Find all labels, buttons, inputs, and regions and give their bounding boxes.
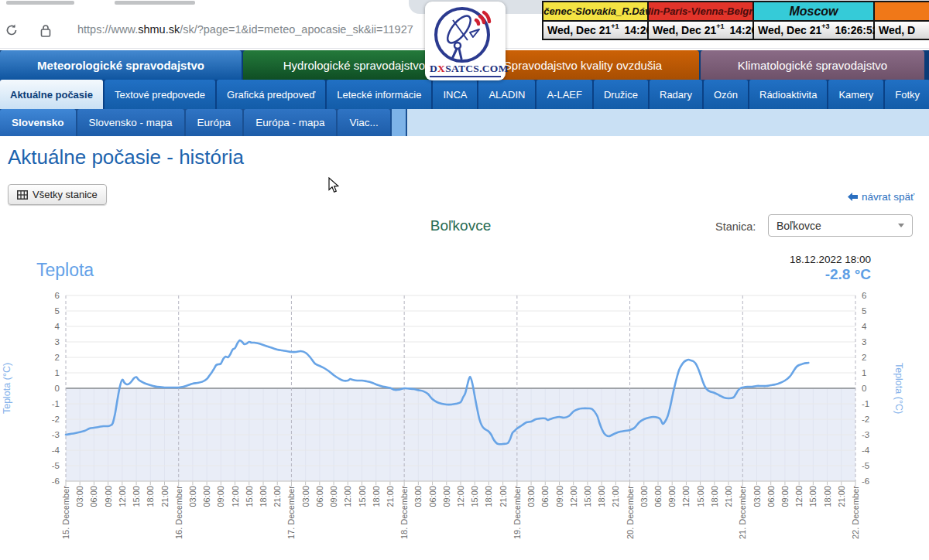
y-label-left: -3	[52, 430, 60, 439]
x-hour-label: 21:00	[837, 486, 846, 507]
nav-tertiary-tab-2[interactable]: Európa	[186, 109, 243, 136]
x-hour-label: 06:00	[428, 486, 437, 507]
clock-time: Wed, Dec 21+114:26:52	[543, 22, 647, 39]
nav-primary-tab-3[interactable]: Klimatologické spravodajstvo	[701, 50, 924, 80]
x-hour-label: 06:00	[89, 486, 98, 507]
y-label-left: -4	[52, 446, 60, 455]
back-link[interactable]: návrat späť	[848, 191, 914, 203]
back-arrow-icon	[848, 193, 858, 201]
y-label-right: -1	[862, 399, 869, 408]
y-label-right: -5	[862, 461, 869, 470]
x-hour-label: 21:00	[499, 486, 508, 507]
temperature-chart[interactable]: 03:0006:0009:0012:0015:0018:0021:0003:00…	[0, 288, 929, 560]
url-text[interactable]: https://www.shmu.sk/sk/?page=1&id=meteo_…	[77, 23, 413, 36]
y-axis-title-left: Teplota (°C)	[2, 363, 12, 414]
y-label-left: 6	[55, 291, 60, 300]
nav-filler	[407, 109, 929, 136]
x-hour-label: 21:00	[724, 486, 733, 507]
clock-time: Wed, Dec 21+114:26:52	[649, 22, 752, 39]
reload-icon[interactable]	[5, 23, 19, 37]
readout-timestamp: 18.12.2022 18:00	[716, 254, 871, 265]
y-label-right: 2	[862, 353, 866, 362]
y-label-right: 5	[862, 306, 866, 316]
x-hour-label: 18:00	[710, 486, 719, 507]
dxsatcs-logo: DXSATCS.COM	[425, 2, 506, 80]
x-hour-label: 03:00	[413, 486, 423, 507]
y-label-right: 3	[862, 337, 866, 347]
url-domain: shmu.sk	[138, 23, 180, 36]
nav-secondary-tab-9[interactable]: Ozón	[704, 80, 748, 109]
back-link-label: návrat späť	[862, 191, 914, 203]
nav-tertiary-tab-3[interactable]: Európa - mapa	[244, 109, 336, 136]
x-day-label: 17. December	[286, 486, 296, 539]
nav-secondary-tab-2[interactable]: Grafická predpoveď	[217, 80, 325, 109]
nav-secondary-tab-12[interactable]: Fotky	[885, 80, 929, 109]
y-label-left: -2	[52, 415, 60, 424]
x-hour-label: 09:00	[442, 486, 451, 507]
logo-text: DXSATCS.COM	[430, 63, 501, 77]
x-hour-label: 03:00	[75, 486, 84, 507]
nav-secondary-tab-5[interactable]: ALADIN	[478, 80, 535, 109]
x-hour-label: 21:00	[611, 486, 620, 507]
y-label-left: 2	[55, 353, 60, 362]
station-select-value: Boľkovce	[776, 220, 821, 232]
satellite-dish-icon	[425, 2, 506, 67]
x-hour-label: 18:00	[484, 486, 493, 507]
nav-filler	[392, 109, 406, 136]
nav-secondary-tab-0[interactable]: Aktuálne počasie	[0, 80, 103, 109]
x-hour-label: 12:00	[343, 486, 352, 507]
x-day-label: 20. December	[626, 486, 635, 539]
world-clocks-panel: Lučenec-Slovakia_R.DávidWed, Dec 21+114:…	[542, 1, 929, 40]
nav-secondary-tab-11[interactable]: Kamery	[828, 80, 883, 109]
station-select[interactable]: Boľkovce	[768, 214, 913, 237]
nav-secondary-tab-4[interactable]: INCA	[433, 80, 477, 109]
nav-secondary-tab-10[interactable]: Rádioaktivita	[749, 80, 827, 109]
url-path: /sk/?page=1&id=meteo_apocasie_sk&ii=1192…	[180, 23, 413, 36]
x-hour-label: 15:00	[696, 486, 705, 507]
x-hour-label: 18:00	[259, 486, 268, 507]
y-label-right: -4	[862, 446, 870, 455]
x-hour-label: 18:00	[146, 486, 155, 507]
all-stations-button[interactable]: Všetky stanice	[8, 184, 107, 205]
x-hour-label: 15:00	[808, 486, 818, 507]
x-hour-label: 21:00	[386, 486, 395, 507]
tab-title-fragment	[6, 1, 74, 5]
nav-secondary-tab-3[interactable]: Letecké informácie	[327, 80, 431, 109]
x-hour-label: 18:00	[823, 486, 832, 507]
x-hour-label: 15:00	[583, 486, 592, 507]
clock-0: Lučenec-Slovakia_R.DávidWed, Dec 21+114:…	[543, 2, 649, 39]
y-label-left: 1	[55, 368, 60, 377]
nav-secondary-tab-7[interactable]: Družice	[594, 80, 648, 109]
x-hour-label: 18:00	[372, 486, 381, 507]
x-hour-label: 06:00	[202, 486, 211, 507]
lock-icon[interactable]	[40, 24, 51, 38]
x-day-label: 16. December	[174, 486, 183, 539]
nav-secondary-tab-6[interactable]: A-LAEF	[536, 80, 592, 109]
station-select-label: Stanica:	[715, 220, 756, 233]
chevron-down-icon	[898, 224, 904, 227]
x-hour-label: 21:00	[273, 486, 282, 507]
secondary-nav: Aktuálne počasieTextové predpovedeGrafic…	[0, 80, 929, 109]
page-title: Aktuálne počasie - história	[8, 145, 244, 169]
x-hour-label: 06:00	[766, 486, 776, 507]
x-hour-label: 12:00	[118, 486, 127, 507]
x-day-label: 21. December	[738, 486, 747, 539]
browser-tab[interactable]	[0, 0, 409, 14]
nav-primary-tab-0[interactable]: Meteorologické spravodajstvo	[0, 50, 242, 80]
x-hour-label: 06:00	[653, 486, 663, 507]
y-label-right: 1	[862, 368, 866, 377]
url-scheme: https://www.	[77, 23, 138, 36]
x-day-label: 19. December	[512, 486, 522, 539]
x-day-label: 22. December	[851, 486, 860, 539]
nav-tertiary-tab-1[interactable]: Slovensko - mapa	[77, 109, 184, 136]
nav-secondary-tab-1[interactable]: Textové predpovede	[105, 80, 215, 109]
table-grid-icon	[17, 190, 28, 200]
nav-secondary-tab-8[interactable]: Radary	[650, 80, 702, 109]
y-axis-title-right: Teplota (°C)	[893, 363, 904, 414]
clock-time: Wed, Dec 21+316:26:52	[754, 22, 873, 39]
nav-tertiary-tab-0[interactable]: Slovensko	[0, 109, 76, 136]
y-label-left: 0	[55, 384, 60, 393]
x-hour-label: 12:00	[681, 486, 691, 507]
browser-window: https://www.shmu.sk/sk/?page=1&id=meteo_…	[0, 0, 929, 560]
nav-tertiary-tab-4[interactable]: Viac...	[338, 109, 389, 136]
